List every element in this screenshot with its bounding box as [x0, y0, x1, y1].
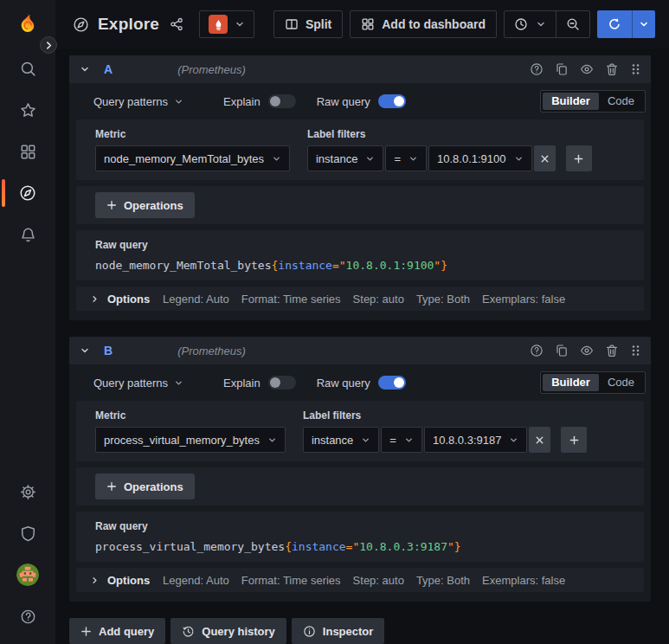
sidebar-item-profile[interactable] — [0, 554, 55, 596]
explore-compass-icon — [73, 16, 89, 33]
inspector-label: Inspector — [323, 625, 374, 638]
options-row-b[interactable]: Options Legend: Auto Format: Time series… — [76, 568, 644, 592]
sidebar-item-help[interactable] — [0, 596, 55, 637]
query-help-icon[interactable] — [530, 344, 544, 357]
metric-field-label: Metric — [95, 409, 286, 422]
raw-query-toggle-label: Raw query — [317, 377, 370, 390]
duplicate-query-icon[interactable] — [555, 62, 569, 76]
raw-query-toggle[interactable] — [378, 94, 406, 108]
options-format: Format: Time series — [241, 293, 341, 306]
sidebar-item-settings[interactable] — [0, 471, 55, 512]
bell-icon — [20, 227, 36, 243]
info-circle-icon — [303, 625, 316, 638]
add-operation-button[interactable]: Operations — [95, 473, 195, 499]
disable-query-eye-icon[interactable] — [580, 62, 594, 76]
duplicate-query-icon[interactable] — [555, 344, 569, 357]
code-mode-option[interactable]: Code — [599, 93, 643, 110]
remove-filter-button[interactable] — [534, 145, 556, 171]
add-query-button[interactable]: Add query — [69, 618, 165, 644]
plus-icon — [106, 200, 117, 210]
options-title: Options — [107, 574, 150, 587]
query-header-a[interactable]: A (Prometheus) — [69, 55, 651, 83]
sidebar-item-server-admin[interactable] — [0, 512, 55, 554]
sidebar-item-search[interactable] — [0, 48, 55, 89]
collapse-chevron-icon[interactable] — [80, 64, 90, 74]
query-help-icon[interactable] — [530, 62, 544, 76]
raw-equals-quote: =" — [346, 540, 360, 553]
query-history-button[interactable]: Query history — [170, 618, 286, 644]
add-filter-button[interactable] — [566, 145, 592, 171]
query-header-b[interactable]: B (Prometheus) — [69, 337, 651, 364]
filter-label-select[interactable]: instance — [307, 145, 383, 171]
sidebar-item-starred[interactable] — [0, 89, 55, 131]
builder-mode-option[interactable]: Builder — [543, 374, 599, 391]
sidebar-item-alerting[interactable] — [0, 214, 55, 255]
label-filters-group: Label filters instance = — [303, 408, 588, 453]
run-query-button[interactable] — [597, 10, 633, 38]
remove-query-trash-icon[interactable] — [605, 62, 619, 76]
sidebar — [0, 0, 55, 644]
explore-content: A (Prometheus) — [55, 48, 669, 644]
explain-toggle[interactable] — [268, 376, 296, 390]
add-operation-button[interactable]: Operations — [95, 192, 195, 218]
filter-value-select[interactable]: 10.8.0.3:9187 — [424, 427, 528, 453]
drag-handle-icon[interactable] — [630, 62, 640, 76]
run-interval-dropdown[interactable] — [633, 10, 655, 38]
remove-query-trash-icon[interactable] — [605, 344, 619, 357]
inspector-button[interactable]: Inspector — [292, 618, 385, 644]
query-toolbar-b: Query patterns Explain Raw query Builder… — [69, 364, 651, 401]
filter-operator-select[interactable]: = — [385, 145, 427, 171]
sidebar-top-nav — [0, 48, 55, 255]
builder-mode-option[interactable]: Builder — [543, 93, 599, 110]
chevron-down-icon — [639, 19, 649, 29]
query-patterns-label: Query patterns — [93, 377, 168, 390]
query-patterns-button[interactable]: Query patterns — [93, 95, 183, 108]
filter-label-value: instance — [312, 434, 353, 447]
sidebar-item-explore[interactable] — [0, 172, 55, 214]
options-row-a[interactable]: Options Legend: Auto Format: Time series… — [76, 287, 644, 311]
metric-select[interactable]: process_virtual_memory_bytes — [95, 427, 286, 453]
query-patterns-button[interactable]: Query patterns — [93, 377, 183, 390]
chevron-right-icon[interactable] — [90, 576, 100, 585]
explain-toggle[interactable] — [268, 94, 296, 108]
drag-handle-icon[interactable] — [630, 344, 640, 357]
remove-filter-button[interactable] — [529, 427, 550, 453]
sidebar-expand-button[interactable] — [40, 36, 57, 54]
chevron-down-icon — [408, 154, 418, 164]
collapse-chevron-icon[interactable] — [80, 345, 90, 356]
raw-query-toggle[interactable] — [378, 376, 406, 390]
metric-select-value: process_virtual_memory_bytes — [104, 434, 260, 447]
chevron-right-icon[interactable] — [90, 294, 100, 304]
chevron-down-icon — [174, 97, 183, 106]
time-picker-button[interactable] — [505, 11, 556, 37]
chevron-down-icon — [267, 435, 277, 445]
share-icon[interactable] — [170, 17, 183, 31]
filter-value-select[interactable]: 10.8.0.1:9100 — [428, 145, 532, 171]
query-footer-actions: Add query Query history — [69, 618, 651, 644]
metric-select[interactable]: node_memory_MemTotal_bytes — [95, 145, 290, 171]
operations-row-a: Operations — [76, 186, 644, 224]
grafana-logo[interactable] — [15, 11, 41, 37]
label-filters-label: Label filters — [307, 128, 592, 140]
add-to-dashboard-button[interactable]: Add to dashboard — [350, 10, 497, 38]
filter-operator-select[interactable]: = — [381, 427, 422, 453]
add-to-dashboard-label: Add to dashboard — [382, 17, 486, 31]
raw-query-row-b: Raw query process_virtual_memory_bytes{i… — [76, 512, 644, 562]
zoom-out-button[interactable] — [556, 11, 589, 37]
topbar: Explore — [55, 0, 669, 48]
raw-query-row-a: Raw query node_memory_MemTotal_bytes{ins… — [76, 230, 644, 280]
split-button[interactable]: Split — [273, 10, 343, 38]
disable-query-eye-icon[interactable] — [580, 344, 594, 357]
code-mode-option[interactable]: Code — [599, 374, 643, 391]
query-card-a: A (Prometheus) — [69, 55, 651, 320]
query-card-b: B (Prometheus) — [69, 337, 651, 602]
plus-icon — [573, 153, 584, 164]
plus-icon — [106, 481, 117, 492]
query-datasource-name: (Prometheus) — [177, 345, 246, 357]
add-filter-button[interactable] — [561, 427, 587, 453]
sidebar-item-dashboards[interactable] — [0, 131, 55, 172]
close-icon — [540, 154, 550, 164]
chevron-down-icon — [365, 154, 375, 164]
filter-label-select[interactable]: instance — [303, 427, 379, 453]
datasource-picker[interactable] — [199, 10, 254, 38]
